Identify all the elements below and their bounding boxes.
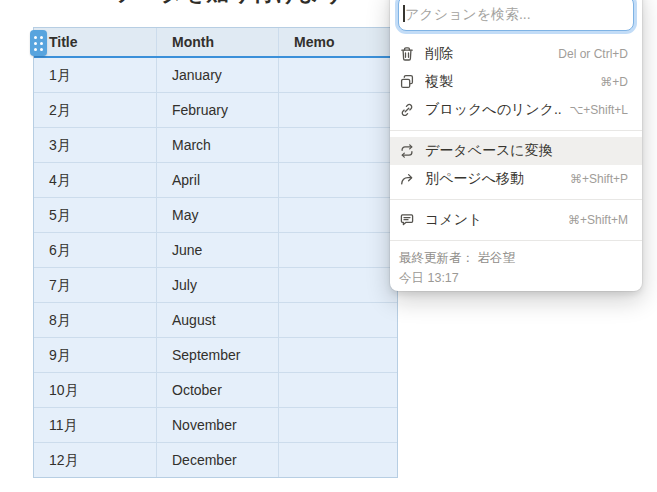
menu-item-trash[interactable]: 削除Del or Ctrl+D	[390, 40, 642, 68]
menu-item-label: データベースに変換	[425, 142, 628, 160]
menu-item-shortcut: ⌥+Shift+L	[569, 103, 628, 117]
cell-memo[interactable]	[279, 268, 397, 302]
last-edited-by: 最終更新者： 岩谷望	[399, 248, 628, 268]
cell-title[interactable]: 1月	[34, 58, 157, 92]
menu-item-link[interactable]: ブロックへのリンク...⌥+Shift+L	[390, 96, 642, 124]
menu-item-shortcut: ⌘+Shift+P	[570, 172, 628, 186]
cell-memo[interactable]	[279, 128, 397, 162]
convert-database-icon	[399, 143, 415, 159]
cell-month[interactable]: June	[157, 233, 279, 267]
menu-item-label: コメント	[425, 211, 560, 229]
cell-title[interactable]: 6月	[34, 233, 157, 267]
menu-item-shortcut: ⌘+D	[600, 75, 628, 89]
cell-title[interactable]: 3月	[34, 128, 157, 162]
cell-month[interactable]: February	[157, 93, 279, 127]
column-header-memo[interactable]: Memo	[279, 28, 397, 56]
cell-title[interactable]: 11月	[34, 408, 157, 442]
menu-item-label: 別ページへ移動	[425, 170, 562, 188]
menu-section: 削除Del or Ctrl+D複製⌘+Dブロックへのリンク...⌥+Shift+…	[390, 35, 642, 129]
table-row: 10月October	[34, 373, 397, 408]
table-row: 6月June	[34, 233, 397, 268]
comment-icon	[399, 212, 415, 228]
table-row: 11月November	[34, 408, 397, 443]
cell-memo[interactable]	[279, 373, 397, 407]
cell-month[interactable]: September	[157, 338, 279, 372]
menu-divider	[390, 130, 642, 131]
table-body: 1月January2月February3月March4月April5月May6月…	[34, 58, 397, 477]
cell-memo[interactable]	[279, 443, 397, 477]
cell-title[interactable]: 4月	[34, 163, 157, 197]
menu-item-comment[interactable]: コメント⌘+Shift+M	[390, 206, 642, 234]
cell-memo[interactable]	[279, 163, 397, 197]
cell-title[interactable]: 10月	[34, 373, 157, 407]
menu-divider	[390, 199, 642, 200]
cell-memo[interactable]	[279, 58, 397, 92]
table-row: 7月July	[34, 268, 397, 303]
cell-memo[interactable]	[279, 338, 397, 372]
table-row: 8月August	[34, 303, 397, 338]
cell-title[interactable]: 2月	[34, 93, 157, 127]
cell-title[interactable]: 5月	[34, 198, 157, 232]
cell-memo[interactable]	[279, 93, 397, 127]
cell-month[interactable]: November	[157, 408, 279, 442]
trash-icon	[399, 46, 415, 62]
cell-title[interactable]: 12月	[34, 443, 157, 477]
duplicate-icon	[399, 74, 415, 90]
column-header-title[interactable]: Title	[34, 28, 157, 56]
cell-month[interactable]: April	[157, 163, 279, 197]
cell-memo[interactable]	[279, 408, 397, 442]
menu-item-shortcut: Del or Ctrl+D	[558, 47, 628, 61]
link-icon	[399, 102, 415, 118]
menu-divider	[390, 240, 642, 241]
month-table: TitleMonthMemo 1月January2月February3月Marc…	[33, 27, 398, 478]
cell-memo[interactable]	[279, 303, 397, 337]
table-row: 12月December	[34, 443, 397, 477]
move-page-icon	[399, 171, 415, 187]
menu-item-move-page[interactable]: 別ページへ移動⌘+Shift+P	[390, 165, 642, 193]
text-caret	[403, 5, 405, 22]
menu-item-label: 複製	[425, 73, 592, 91]
menu-item-convert-database[interactable]: データベースに変換	[390, 137, 642, 165]
table-row: 1月January	[34, 58, 397, 93]
action-search-input[interactable]	[398, 0, 634, 31]
table-row: 5月May	[34, 198, 397, 233]
menu-footer: 最終更新者： 岩谷望 今日 13:17	[390, 242, 642, 296]
last-edited-time: 今日 13:17	[399, 268, 628, 288]
table-header-row: TitleMonthMemo	[34, 28, 397, 58]
cell-month[interactable]: March	[157, 128, 279, 162]
cell-month[interactable]: October	[157, 373, 279, 407]
cell-memo[interactable]	[279, 198, 397, 232]
cell-title[interactable]: 9月	[34, 338, 157, 372]
menu-item-shortcut: ⌘+Shift+M	[568, 213, 628, 227]
cell-title[interactable]: 8月	[34, 303, 157, 337]
table-row: 9月September	[34, 338, 397, 373]
cell-month[interactable]: August	[157, 303, 279, 337]
table-row: 3月March	[34, 128, 397, 163]
menu-section: コメント⌘+Shift+M	[390, 201, 642, 239]
cell-month[interactable]: January	[157, 58, 279, 92]
table-row: 2月February	[34, 93, 397, 128]
cell-month[interactable]: May	[157, 198, 279, 232]
block-context-menu: 削除Del or Ctrl+D複製⌘+Dブロックへのリンク...⌥+Shift+…	[390, 0, 642, 291]
drag-handle-icon[interactable]	[30, 30, 47, 56]
table-row: 4月April	[34, 163, 397, 198]
menu-item-label: 削除	[425, 45, 550, 63]
cell-month[interactable]: July	[157, 268, 279, 302]
cell-memo[interactable]	[279, 233, 397, 267]
cell-month[interactable]: December	[157, 443, 279, 477]
page-title: 4.Excelデータを貼り付けよう	[36, 0, 344, 7]
cell-title[interactable]: 7月	[34, 268, 157, 302]
action-search	[398, 0, 634, 31]
menu-item-label: ブロックへのリンク...	[425, 101, 561, 119]
column-header-month[interactable]: Month	[157, 28, 279, 56]
menu-item-duplicate[interactable]: 複製⌘+D	[390, 68, 642, 96]
menu-section: データベースに変換別ページへ移動⌘+Shift+P	[390, 132, 642, 198]
